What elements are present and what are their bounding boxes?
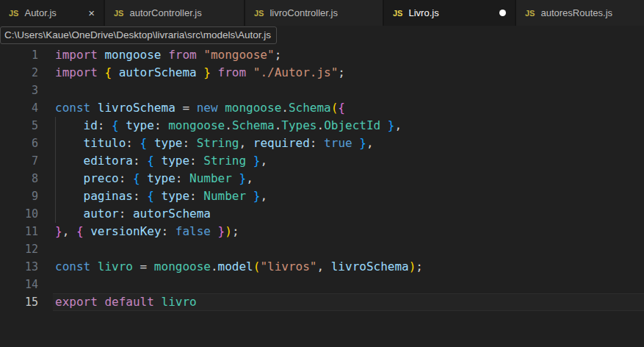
modified-indicator-dot[interactable]	[499, 10, 506, 16]
code-text: titulo: { type: String, required: true }…	[55, 135, 374, 152]
tab-label: Livro.js	[408, 7, 438, 18]
code-text: }, { versionKey: false });	[55, 223, 239, 240]
code-editor[interactable]: 1import mongoose from "mongoose";2import…	[0, 26, 644, 347]
code-line[interactable]: 3	[0, 82, 644, 99]
code-line[interactable]: 7 editora: { type: String },	[0, 152, 644, 170]
line-number: 8	[0, 170, 38, 187]
tab-label: autoresRoutes.js	[540, 7, 612, 18]
tab-livro-js[interactable]: JSLivro.js	[384, 0, 515, 26]
tab-bar: JSAutor.js×JSautorController.jsJSlivroCo…	[0, 0, 644, 26]
line-number: 10	[0, 205, 38, 223]
code-line[interactable]: 14	[0, 276, 644, 293]
line-number: 3	[0, 82, 38, 99]
tab-livrocontroller-js[interactable]: JSlivroController.js	[245, 0, 383, 26]
code-line[interactable]: 5 id: { type: mongoose.Schema.Types.Obje…	[0, 117, 644, 135]
tab-label: livroController.js	[269, 7, 337, 18]
js-file-icon: JS	[525, 9, 535, 18]
code-line[interactable]: 2import { autorSchema } from "./Autor.js…	[0, 64, 644, 82]
code-line[interactable]: 9 paginas: { type: Number },	[0, 187, 644, 205]
code-text: const livroSchema = new mongoose.Schema(…	[55, 99, 345, 117]
code-rows: 1import mongoose from "mongoose";2import…	[0, 46, 644, 311]
code-line[interactable]: 11}, { versionKey: false });	[0, 223, 644, 240]
code-line[interactable]: 13const livro = mongoose.model("livros",…	[0, 258, 644, 276]
code-text: import { autorSchema } from "./Autor.js"…	[55, 64, 345, 82]
code-text: editora: { type: String },	[55, 152, 267, 170]
line-number: 1	[0, 46, 38, 64]
js-file-icon: JS	[254, 9, 264, 18]
js-file-icon: JS	[393, 9, 402, 18]
code-line[interactable]: 4const livroSchema = new mongoose.Schema…	[0, 99, 644, 117]
js-file-icon: JS	[9, 9, 18, 18]
code-text: preco: { type: Number },	[55, 170, 253, 187]
line-number: 13	[0, 258, 38, 276]
tab-autor-js[interactable]: JSAutor.js×	[0, 0, 104, 26]
tab-label: autorController.js	[129, 7, 201, 18]
close-icon[interactable]: ×	[88, 7, 95, 18]
code-text: export default livro	[55, 293, 197, 311]
line-number: 7	[0, 152, 38, 170]
line-number: 14	[0, 276, 38, 293]
code-line[interactable]: 10 autor: autorSchema	[0, 205, 644, 223]
code-text: paginas: { type: Number },	[55, 187, 267, 205]
line-number: 12	[0, 240, 38, 258]
code-text: const livro = mongoose.model("livros", l…	[55, 258, 423, 276]
code-line[interactable]: 1import mongoose from "mongoose";	[0, 46, 644, 64]
js-file-icon: JS	[114, 9, 123, 18]
line-number: 11	[0, 223, 38, 240]
line-number: 6	[0, 135, 38, 152]
code-line[interactable]: 6 titulo: { type: String, required: true…	[0, 135, 644, 152]
code-line[interactable]: 8 preco: { type: Number },	[0, 170, 644, 187]
tab-autoresroutes-js[interactable]: JSautoresRoutes.js	[516, 0, 644, 26]
code-text: import mongoose from "mongoose";	[55, 46, 281, 64]
line-number: 15	[0, 293, 38, 311]
code-line[interactable]: 12	[0, 240, 644, 258]
code-text: autor: autorSchema	[55, 205, 211, 223]
tab-autorcontroller-js[interactable]: JSautorController.js	[105, 0, 244, 26]
line-number: 9	[0, 187, 38, 205]
line-number: 2	[0, 64, 38, 82]
file-path-tooltip: C:\Users\Kaue\OneDrive\Desktop\livraria\…	[0, 26, 277, 44]
tab-label: Autor.js	[24, 7, 56, 18]
code-line[interactable]: 15export default livro	[0, 293, 644, 311]
line-number: 4	[0, 99, 38, 117]
code-text: id: { type: mongoose.Schema.Types.Object…	[55, 117, 402, 135]
line-number: 5	[0, 117, 38, 135]
